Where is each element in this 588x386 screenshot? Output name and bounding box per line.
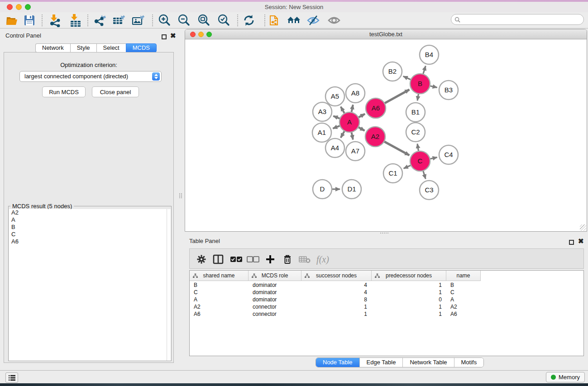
table-row[interactable]: Bdominator41B [190,281,583,289]
table-cell[interactable]: 8 [301,296,372,303]
graph-edge-A-A2[interactable] [359,127,364,131]
table-cell[interactable]: 1 [372,289,446,296]
network-maximize-traffic-light[interactable] [206,32,212,37]
network-minimize-traffic-light[interactable] [198,32,204,37]
graph-node-A3[interactable]: A3 [313,102,332,121]
graph-edge-A2-C[interactable] [384,142,409,155]
graph-edge-C-C4[interactable] [430,157,437,159]
column-header-successor-nodes[interactable]: successor nodes [301,271,372,281]
result-item[interactable]: A2 [9,209,167,216]
result-item[interactable]: A [9,216,167,224]
graph-edge-A6-B[interactable] [385,90,409,103]
mcds-result-list[interactable]: A2ABCA6 [9,209,167,361]
table-cell[interactable]: connector [249,303,301,310]
table-cell[interactable]: A [190,296,249,303]
graph-node-A2[interactable]: A2 [365,127,385,147]
delete-table-button[interactable] [297,252,312,267]
table-row[interactable]: Cdominator41C [190,289,583,296]
graph-edge-A-A1[interactable] [333,126,339,129]
graph-node-D1[interactable]: D1 [342,180,361,199]
graph-node-B4[interactable]: B4 [420,45,439,64]
close-panel-button[interactable]: Close panel [92,86,139,97]
table-cell[interactable]: A6 [446,310,481,318]
zoom-in-button[interactable] [157,13,172,28]
column-selector-button[interactable] [211,252,225,267]
graph-edge-B-B3[interactable] [430,86,437,87]
control-tab-style[interactable]: Style [70,43,96,52]
table-row[interactable]: Adominator80A [190,296,583,303]
show-graphics-button[interactable] [327,13,341,28]
graph-node-A[interactable]: A [339,112,359,132]
graph-node-A8[interactable]: A8 [346,84,365,103]
table-panel-close-icon[interactable]: ✖ [578,238,584,243]
table-cell[interactable]: 0 [372,296,446,303]
table-tab-network-table[interactable]: Network Table [403,358,454,367]
window-resize-grip[interactable] [580,224,586,231]
node-table[interactable]: shared nameMCDS rolesuccessor nodesprede… [189,270,584,356]
graph-node-B2[interactable]: B2 [383,62,402,81]
table-cell[interactable]: C [190,289,249,296]
open-session-button[interactable] [5,13,19,28]
maximize-traffic-light[interactable] [25,4,31,10]
graph-edge-A-A4[interactable] [341,131,344,138]
graph-node-A4[interactable]: A4 [325,138,344,157]
run-mcds-button[interactable]: Run MCDS [42,86,86,97]
graph-node-A1[interactable]: A1 [312,123,331,142]
column-header-name[interactable]: name [446,271,481,281]
memory-button[interactable]: Memory [546,372,585,382]
table-cell[interactable]: 1 [372,310,446,318]
table-cell[interactable]: C [446,289,481,296]
zoom-fit-button[interactable] [196,13,211,28]
graph-node-B3[interactable]: B3 [439,81,458,100]
search-field[interactable] [451,14,584,25]
result-item[interactable]: B [9,224,167,231]
hide-graphics-button[interactable] [306,13,320,28]
graph-edge-C-C3[interactable] [423,171,425,179]
table-cell[interactable]: dominator [249,296,301,303]
graph-node-A5[interactable]: A5 [325,87,344,106]
table-row[interactable]: A2connector11A2 [190,303,583,310]
table-cell[interactable]: B [446,281,481,289]
graph-node-C4[interactable]: C4 [439,145,458,164]
table-cell[interactable]: dominator [249,289,301,296]
vertical-splitter-handle[interactable] [179,193,182,198]
task-history-button[interactable] [5,372,18,383]
table-cell[interactable]: B [190,281,249,289]
graph-node-C3[interactable]: C3 [420,181,439,200]
column-header-predecessor-nodes[interactable]: predecessor nodes [372,271,446,281]
export-network-button[interactable] [92,13,107,28]
control-tab-mcds[interactable]: MCDS [126,43,157,52]
table-cell[interactable]: 4 [301,281,372,289]
table-cell[interactable]: 1 [372,303,446,310]
graph-node-B[interactable]: B [410,74,430,94]
delete-column-button[interactable] [280,252,295,267]
graph-edge-C-C1[interactable] [404,165,411,168]
table-tab-node-table[interactable]: Node Table [316,358,360,367]
network-window-titlebar[interactable]: testGlobe.txt [185,29,587,39]
table-row[interactable]: A6connector11A6 [190,310,583,318]
table-cell[interactable]: connector [249,310,301,318]
graph-node-B1[interactable]: B1 [406,103,425,122]
close-traffic-light[interactable] [7,4,13,10]
table-cell[interactable]: 1 [301,303,372,310]
graph-edge-A-A6[interactable] [359,114,365,117]
table-cell[interactable]: A2 [190,303,249,310]
zoom-out-button[interactable] [177,13,191,28]
result-item[interactable]: C [9,231,167,238]
graph-edge-B-B2[interactable] [403,76,411,80]
graph-node-D[interactable]: D [313,180,332,199]
table-panel-float-icon[interactable] [569,238,574,247]
table-cell[interactable]: A2 [446,303,481,310]
table-cell[interactable]: dominator [249,281,301,289]
result-item[interactable]: A6 [9,238,167,245]
column-header-shared-name[interactable]: shared name [190,271,249,281]
home-networks-button[interactable] [287,13,301,28]
table-cell[interactable]: 4 [301,289,372,296]
graph-edge-C-C2[interactable] [417,144,418,151]
horizontal-splitter-handle[interactable] [380,233,388,234]
export-table-button[interactable] [111,13,126,28]
search-input[interactable] [462,15,583,24]
dropdown-stepper-icon[interactable] [152,72,160,81]
network-from-file-button[interactable] [268,13,282,28]
table-tab-edge-table[interactable]: Edge Table [360,358,403,367]
